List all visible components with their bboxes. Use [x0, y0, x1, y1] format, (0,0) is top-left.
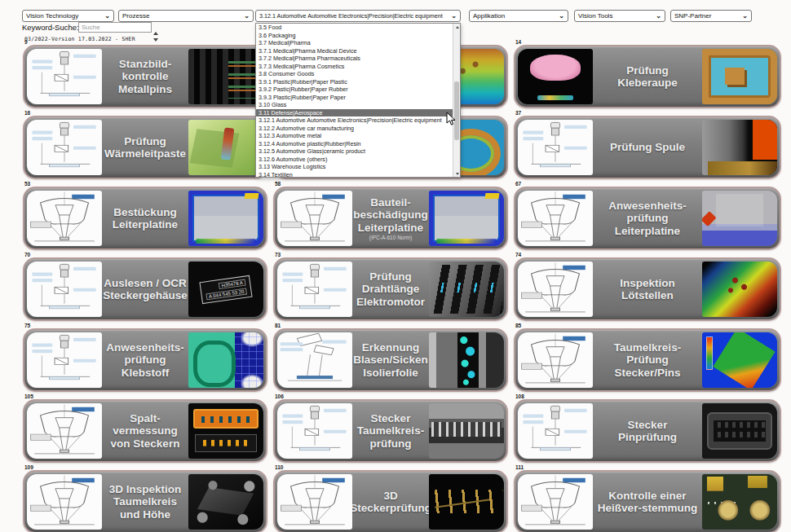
filter-vision-tools[interactable]: Vision Tools ⌄ [574, 10, 665, 22]
dropdown-option[interactable]: 3.9.1 Plastic|Rubber|Paper Plastic [256, 78, 453, 86]
keyword-search-input[interactable] [78, 22, 152, 33]
stepper-up-icon[interactable] [153, 32, 158, 35]
card-right-thumbnail [702, 262, 777, 317]
card-right-thumbnail [702, 403, 777, 459]
stepper-down-icon[interactable] [153, 38, 158, 42]
card-right-thumbnail [702, 332, 777, 388]
card-title: Anwesenheits-prüfung Klebstoff [106, 341, 184, 378]
dropdown-option[interactable]: 3.10 Glass [256, 101, 453, 109]
card-title-area: Bestückung Leiterplatine [102, 191, 188, 246]
scroll-down-icon[interactable] [454, 170, 460, 177]
card-left-thumbnail [518, 403, 593, 459]
card-left-thumbnail [518, 262, 593, 317]
dropdown-option[interactable]: 3.12.6 Automotive (others) [256, 156, 453, 164]
sensor-diagram-icon [518, 120, 593, 175]
card-title: Stecker Pinprüfung [597, 419, 698, 443]
app-card[interactable]: 109 3D Inspektion Taumelkreis und Höhe [23, 470, 267, 532]
dropdown-option[interactable]: 3.12.4 Automotive plastic|Rubber|Resin [256, 140, 453, 148]
scrollbar-thumb[interactable] [454, 81, 459, 139]
scroll-up-icon[interactable] [454, 24, 460, 30]
chevron-down-icon: ⌄ [451, 12, 457, 20]
sensor-diagram-icon [27, 332, 102, 388]
app-card[interactable]: 14 Prüfung Kleberaupe [514, 45, 781, 108]
dropdown-option[interactable]: 3.7.3 Medical|Pharma Cosmetics [256, 63, 453, 71]
card-right-thumbnail [188, 120, 263, 175]
dome-diagram-icon [277, 191, 352, 246]
card-title-area: Stecker Taumelkreis-prüfung [352, 403, 429, 459]
chevron-down-icon: ⌄ [104, 12, 110, 20]
dropdown-option[interactable]: 3.8 Consumer Goods [256, 70, 453, 78]
card-title-area: Prüfung Spule [593, 120, 702, 175]
scroll-stepper[interactable] [152, 32, 160, 42]
app-card[interactable]: 37 Prüfung Spule [514, 116, 781, 179]
filter-applikation[interactable]: Applikation ⌄ [469, 10, 568, 22]
filter-snp-partner[interactable]: SNP-Partner ⌄ [670, 10, 752, 22]
app-card[interactable]: 70 Auslesen / OCR Steckergehäuse H35479 … [23, 257, 267, 321]
dome-diagram-icon [518, 262, 593, 317]
card-left-thumbnail [518, 474, 593, 530]
dropdown-option[interactable]: 3.6 Packaging [256, 32, 453, 40]
card-title-area: Erkennung Blasen/Sicken Isolierfolie [352, 332, 429, 388]
filter-label: 3.12.1 Automotive Automotive Electronics… [259, 12, 443, 20]
sensor-diagram-icon [277, 403, 352, 459]
card-left-thumbnail [277, 262, 352, 317]
card-number: 74 [515, 252, 521, 257]
dropdown-option[interactable]: 3.7.2 Medical|Pharma Pharmaceuticals [256, 55, 453, 63]
dropdown-option[interactable]: 3.12.2 Automotive car manufacturing [256, 125, 453, 133]
card-right-thumbnail [429, 191, 504, 246]
app-card[interactable]: 111 Kontrolle einer Heißver-stemmung [514, 470, 781, 532]
card-title-area: Prüfung Wärmeleitpaste [102, 120, 188, 175]
app-card[interactable]: 81 Erkennung Blasen/Sicken Isolierfolie [273, 328, 508, 392]
dropdown-option[interactable]: 3.9.3 Plastic|Rubber|Paper Paper [256, 94, 453, 102]
dropdown-option[interactable]: 3.12.3 Automotive metal [256, 132, 453, 140]
dropdown-option[interactable]: 3.12.5 Automotive Glass|ceramic product [256, 147, 453, 156]
app-card[interactable]: 58 Bauteil-beschädigung Leiterplatine (I… [273, 187, 508, 250]
card-title-area: Taumelkreis-Prüfung Stecker/Pins [593, 332, 702, 388]
dropdown-option[interactable]: 3.12.1 Automotive Automotive Electronics… [256, 117, 453, 125]
card-left-thumbnail [518, 191, 593, 246]
card-title-area: Anwesenheits-prüfung Klebstoff [102, 332, 188, 388]
dropdown-scrollbar[interactable] [453, 24, 460, 177]
card-number: 9 [24, 39, 28, 45]
dropdown-option[interactable]: 3.13 Warehouse Logistics [256, 163, 453, 171]
app-card[interactable]: 53 Bestückung Leiterplatine [23, 187, 267, 250]
filter-prozesse[interactable]: Prozesse ⌄ [118, 10, 254, 22]
dropdown-option[interactable]: 3.9.2 Pastic|Rubber|Paper Rubber [256, 86, 453, 94]
app-card[interactable]: 67 Anwesenheits-prüfung Leiterplatine [514, 187, 781, 250]
card-right-thumbnail [702, 120, 777, 175]
dropdown-option[interactable]: 3.5 Food [256, 24, 453, 32]
dropdown-option[interactable]: 3.7.1 Medical|Pharma Medical Device [256, 47, 453, 55]
filter-vision-technology[interactable]: Vision Technology ⌄ [22, 10, 114, 22]
card-title-area: 3D Inspektion Taumelkreis und Höhe [102, 474, 188, 530]
dropdown-option[interactable]: 3.14 Textilien [256, 171, 453, 178]
card-right-thumbnail: H35479 AA 044 545 53 20 [188, 262, 263, 317]
app-card[interactable]: 106 Stecker Taumelkreis-prüfung [273, 399, 508, 463]
app-card[interactable]: 75 Anwesenheits-prüfung Klebstoff [23, 328, 267, 392]
card-number: 70 [24, 252, 30, 257]
app-card[interactable]: 110 3D Steckerprüfung [273, 470, 508, 532]
card-left-thumbnail [277, 474, 352, 530]
filter-label: SNP-Partner [674, 12, 711, 20]
app-card[interactable]: 105 Spalt-vermessung von Steckern [23, 399, 267, 463]
card-number: 110 [275, 464, 284, 470]
dropdown-option[interactable]: 3.7 Medical|Pharma [256, 39, 453, 47]
app-card[interactable]: 74 Inspektion Lötstellen [514, 257, 781, 321]
card-title: Prüfung Spule [610, 141, 685, 153]
app-card[interactable]: 73 Prüfung Drahtlänge Elektromotor [273, 257, 508, 321]
card-left-thumbnail [27, 403, 102, 459]
card-title: Spalt-vermessung von Steckern [106, 412, 184, 449]
card-right-thumbnail [702, 49, 777, 104]
dome-diagram-icon [27, 403, 102, 459]
app-card[interactable]: 9 Stanzbild-kontrolle Metallpins [23, 45, 267, 108]
dropdown-option[interactable]: 3.11 Defense|Aerospace [256, 109, 453, 117]
filter-label: Applikation [473, 12, 505, 20]
card-title-area: Spalt-vermessung von Steckern [102, 403, 188, 459]
app-card[interactable]: 108 Stecker Pinprüfung [514, 399, 781, 463]
card-title: Stecker Taumelkreis-prüfung [356, 412, 425, 449]
keyword-search-label: Keyword-Suche: [22, 23, 79, 32]
category-dropdown-panel: 3.5 Food3.6 Packaging3.7 Medical|Pharma3… [255, 23, 461, 178]
app-card[interactable]: 85 Taumelkreis-Prüfung Stecker/Pins [514, 328, 781, 392]
card-left-thumbnail [27, 191, 102, 246]
app-card[interactable]: 16 Prüfung Wärmeleitpaste [23, 116, 267, 179]
filter-branche[interactable]: 3.12.1 Automotive Automotive Electronics… [255, 10, 461, 22]
